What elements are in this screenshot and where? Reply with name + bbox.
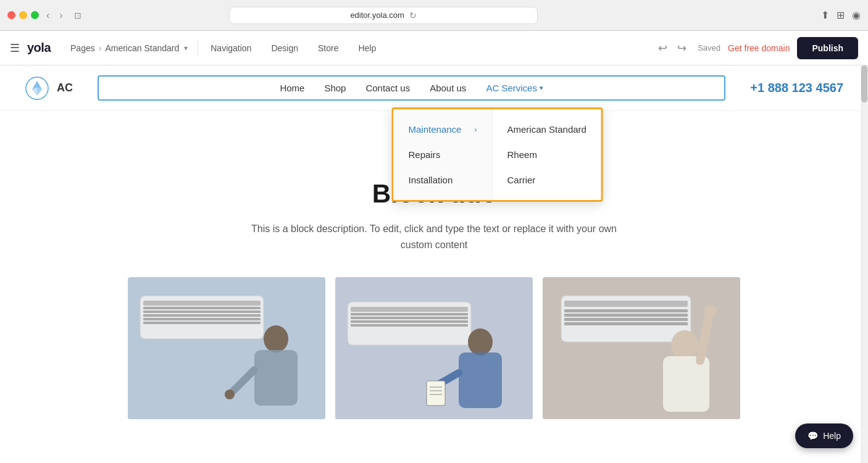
tab-navigation[interactable]: Navigation: [201, 38, 261, 58]
breadcrumb-separator: ›: [99, 43, 102, 53]
svg-rect-31: [564, 314, 688, 317]
undo-redo-group: ↩ ↪: [654, 38, 690, 59]
svg-rect-7: [143, 318, 261, 320]
page-name: American Standard: [105, 43, 179, 53]
svg-rect-10: [254, 350, 298, 406]
dropdown-item-installation[interactable]: Installation: [394, 167, 492, 193]
browser-actions: ⬆ ⊞ ◉: [821, 9, 861, 21]
preview-area: AC Home Shop Contact us About us AC Serv…: [0, 65, 868, 463]
publish-button[interactable]: Publish: [797, 37, 858, 59]
image-card-1[interactable]: [128, 277, 325, 419]
svg-rect-5: [143, 311, 261, 313]
nav-item-contact[interactable]: Contact us: [365, 83, 410, 93]
chat-icon: 💬: [807, 431, 818, 441]
svg-rect-29: [564, 301, 688, 307]
svg-rect-23: [427, 381, 445, 406]
dropdown-item-repairs[interactable]: Repairs: [394, 142, 492, 167]
submenu-chevron-icon: ›: [475, 125, 477, 134]
logo-svg: [25, 76, 49, 101]
block-description[interactable]: This is a block description. To edit, cl…: [243, 221, 625, 252]
minimize-button[interactable]: [19, 11, 27, 19]
reader-button[interactable]: ⊡: [70, 9, 85, 22]
chevron-down-icon: ▾: [184, 44, 188, 52]
svg-rect-3: [143, 301, 261, 306]
svg-rect-32: [564, 318, 688, 321]
address-bar[interactable]: editor.yola.com ↻: [229, 7, 538, 24]
back-button[interactable]: ‹: [44, 9, 52, 22]
scrollbar-track: [861, 65, 868, 463]
refresh-icon[interactable]: ↻: [409, 10, 417, 20]
svg-rect-6: [143, 314, 261, 317]
svg-rect-4: [143, 307, 261, 309]
dropdown-item-american-standard[interactable]: American Standard: [493, 117, 601, 142]
dropdown-col-1: Maintenance › Repairs Installation: [394, 109, 493, 200]
svg-rect-21: [459, 352, 502, 408]
svg-rect-35: [663, 356, 709, 412]
svg-point-12: [225, 390, 235, 399]
tabs-button[interactable]: ⊞: [837, 9, 845, 21]
dropdown-item-carrier[interactable]: Carrier: [493, 167, 601, 193]
site-name: AC: [57, 81, 73, 94]
svg-rect-17: [351, 317, 468, 319]
website-header: AC Home Shop Contact us About us AC Serv…: [0, 65, 868, 111]
dropdown-chevron-icon: ▾: [540, 84, 543, 92]
dropdown-menu: Maintenance › Repairs Installation Ameri…: [392, 107, 603, 202]
svg-rect-33: [564, 322, 688, 325]
image-card-2[interactable]: [335, 277, 533, 419]
close-button[interactable]: [7, 11, 15, 19]
free-domain-button[interactable]: Get free domain: [728, 43, 790, 53]
svg-rect-19: [351, 324, 468, 327]
help-button[interactable]: 💬 Help: [795, 423, 853, 448]
svg-rect-18: [351, 320, 468, 323]
browser-chrome: ‹ › ⊡ editor.yola.com ↻ ⬆ ⊞ ◉: [0, 0, 868, 31]
nav-item-shop[interactable]: Shop: [324, 83, 346, 93]
svg-rect-30: [564, 309, 688, 312]
traffic-lights: [7, 11, 39, 19]
phone-number: +1 888 123 4567: [750, 81, 843, 95]
svg-point-37: [704, 305, 717, 317]
image-card-3[interactable]: [543, 277, 740, 419]
tab-design[interactable]: Design: [261, 38, 308, 58]
profile-button[interactable]: ◉: [852, 9, 861, 21]
share-button[interactable]: ⬆: [821, 9, 829, 21]
dropdown-item-maintenance[interactable]: Maintenance ›: [394, 117, 492, 142]
svg-point-9: [264, 325, 288, 352]
svg-rect-8: [143, 322, 261, 324]
yola-logo: yola: [27, 41, 51, 55]
nav-item-home[interactable]: Home: [280, 83, 304, 93]
site-logo-area: AC: [25, 76, 73, 101]
undo-button[interactable]: ↩: [654, 38, 671, 59]
saved-status: Saved: [698, 43, 720, 52]
forward-button[interactable]: ›: [57, 9, 65, 22]
dropdown-col-2: American Standard Rheem Carrier: [493, 109, 601, 200]
nav-item-about[interactable]: About us: [430, 83, 466, 93]
tab-store[interactable]: Store: [308, 38, 348, 58]
pages-label: Pages: [70, 43, 95, 53]
nav-item-services[interactable]: AC Services ▾: [486, 83, 543, 93]
svg-rect-15: [351, 307, 468, 312]
pages-breadcrumb[interactable]: Pages › American Standard ▾: [63, 38, 195, 58]
menu-icon[interactable]: ☰: [10, 41, 20, 55]
svg-point-34: [671, 330, 698, 360]
url-text: editor.yola.com: [350, 10, 404, 20]
svg-rect-16: [351, 313, 468, 315]
editor-toolbar: ☰ yola Pages › American Standard ▾ Navig…: [0, 31, 868, 65]
image-grid: [12, 277, 856, 419]
tab-help[interactable]: Help: [348, 38, 386, 58]
dropdown-item-rheem[interactable]: Rheem: [493, 142, 601, 167]
nav-menu: Home Shop Contact us About us AC Service…: [98, 75, 725, 101]
help-label: Help: [823, 431, 841, 441]
redo-button[interactable]: ↪: [674, 38, 690, 59]
toolbar-divider-1: [198, 40, 198, 57]
scrollbar-thumb[interactable]: [861, 65, 867, 102]
svg-point-20: [468, 328, 493, 356]
fullscreen-button[interactable]: [31, 11, 39, 19]
